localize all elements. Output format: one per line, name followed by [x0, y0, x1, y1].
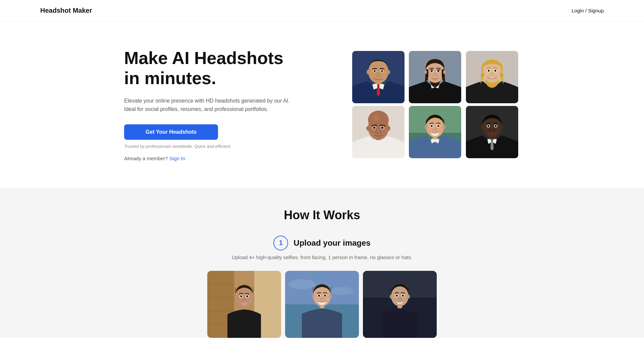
svg-point-89 — [324, 295, 326, 297]
member-prompt: Already a member? Sign In — [124, 156, 299, 161]
upload-example-3 — [363, 271, 437, 338]
svg-point-44 — [387, 126, 390, 131]
svg-point-62 — [488, 130, 491, 131]
svg-point-99 — [402, 295, 404, 297]
svg-point-78 — [240, 295, 242, 297]
logo: Headshot Maker — [40, 7, 92, 14]
svg-point-19 — [443, 70, 446, 74]
svg-point-42 — [379, 131, 382, 133]
svg-point-51 — [431, 125, 433, 127]
step-1-title: Upload your images — [293, 238, 370, 248]
trusted-text: Trusted by professionals worldwide. Quic… — [124, 144, 299, 149]
svg-point-29 — [494, 70, 496, 72]
section-title: How It Works — [40, 208, 604, 222]
svg-point-91 — [329, 295, 332, 299]
headshot-5 — [409, 106, 461, 158]
headshot-4 — [352, 106, 405, 158]
svg-point-36 — [373, 115, 380, 121]
headshot-1 — [352, 51, 405, 103]
hero-section: Make AI Headshots in minutes. Elevate yo… — [0, 21, 644, 188]
svg-point-8 — [387, 70, 390, 74]
site-header: Headshot Maker Login / Signup — [0, 0, 644, 21]
svg-point-30 — [481, 70, 484, 74]
step-1-header: 1 Upload your images — [40, 236, 604, 250]
step-1-description: Upload 4+ high-quality selfies: front fa… — [40, 254, 604, 260]
svg-point-6 — [381, 70, 383, 72]
svg-point-101 — [407, 295, 410, 299]
headshot-2 — [409, 51, 461, 103]
svg-point-82 — [288, 279, 315, 289]
svg-point-7 — [367, 70, 370, 74]
login-signup-link[interactable]: Login / Signup — [572, 8, 604, 13]
svg-point-54 — [443, 125, 445, 129]
svg-point-88 — [318, 295, 320, 297]
headshot-gallery — [352, 51, 520, 158]
hero-description: Elevate your online presence with HD hea… — [124, 97, 299, 114]
svg-point-43 — [366, 126, 370, 131]
svg-point-60 — [487, 125, 489, 127]
step-1-number: 1 — [273, 236, 288, 250]
get-headshots-button[interactable]: Get Your Headshots — [124, 124, 218, 140]
upload-example-2 — [285, 271, 359, 338]
hero-content: Make AI Headshots in minutes. Elevate yo… — [124, 48, 299, 161]
upload-example-1 — [207, 271, 281, 338]
svg-point-52 — [437, 125, 439, 127]
svg-point-17 — [437, 70, 439, 72]
svg-point-65 — [500, 125, 503, 129]
svg-point-5 — [374, 70, 376, 72]
svg-point-61 — [495, 125, 497, 127]
svg-point-40 — [381, 127, 384, 129]
svg-point-53 — [425, 125, 427, 129]
how-it-works-section: How It Works 1 Upload your images Upload… — [0, 188, 644, 338]
svg-point-16 — [431, 70, 433, 72]
svg-point-31 — [500, 70, 503, 74]
svg-point-18 — [424, 70, 427, 74]
svg-point-28 — [488, 70, 490, 72]
svg-point-79 — [246, 295, 248, 297]
svg-point-83 — [330, 287, 354, 295]
svg-point-41 — [375, 131, 377, 133]
upload-examples-grid — [40, 271, 604, 338]
svg-point-98 — [396, 295, 398, 297]
sign-in-link[interactable]: Sign In — [169, 156, 185, 161]
headshot-3 — [466, 51, 518, 103]
svg-point-100 — [390, 295, 392, 299]
hero-title: Make AI Headshots in minutes. — [124, 48, 299, 88]
svg-point-39 — [373, 127, 376, 129]
svg-point-64 — [481, 125, 484, 129]
svg-point-63 — [493, 130, 496, 131]
svg-point-90 — [312, 295, 315, 299]
headshot-6 — [466, 106, 518, 158]
